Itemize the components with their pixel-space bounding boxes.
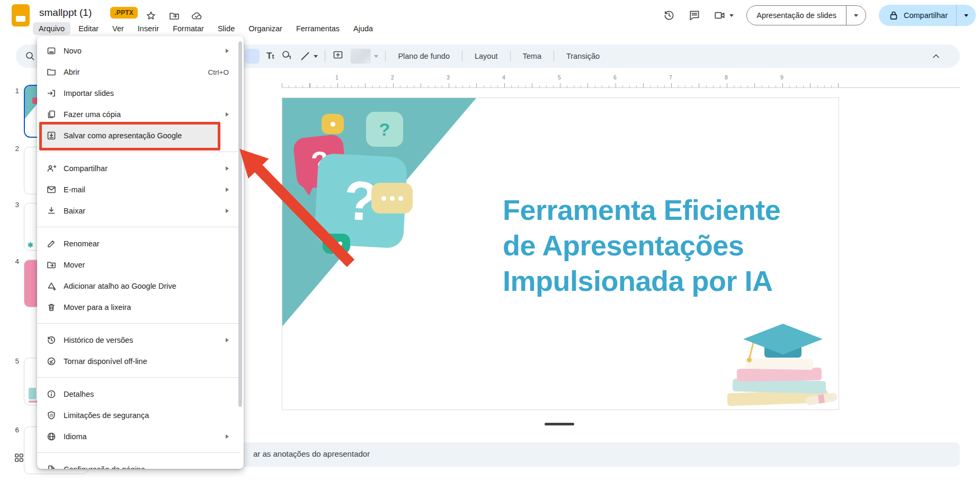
menu-separator xyxy=(37,372,244,384)
mint-question-bubble: ? xyxy=(366,112,403,147)
slide-number-6: 6 xyxy=(10,426,19,434)
toolbar-divider xyxy=(385,51,386,61)
line-tool-dropdown-icon[interactable] xyxy=(314,55,318,58)
move-to-folder-icon[interactable] xyxy=(168,10,180,22)
transition-button[interactable]: Transição xyxy=(561,52,605,60)
menu-item-mover[interactable]: Mover xyxy=(37,254,244,275)
offline-check-icon xyxy=(46,356,57,367)
menu-item-compartilhar[interactable]: Compartilhar xyxy=(37,158,244,179)
menu-arquivo[interactable]: Arquivo xyxy=(33,22,70,35)
menu-editar[interactable]: Editar xyxy=(73,22,104,35)
submenu-arrow-icon xyxy=(226,112,229,117)
slide-title-line-1: Ferramenta Eficiente xyxy=(503,192,807,228)
search-menus-icon[interactable] xyxy=(24,50,36,64)
file-menu-panel: Novo Abrir Ctrl+O Importar slides Fazer … xyxy=(37,36,244,469)
menu-formatar[interactable]: Formatar xyxy=(167,22,210,35)
menu-item-novo[interactable]: Novo xyxy=(37,40,244,61)
lock-icon xyxy=(888,10,899,21)
ruler-baseline xyxy=(282,87,960,88)
menu-ver[interactable]: Ver xyxy=(106,22,130,35)
menu-item-idioma[interactable]: Idioma xyxy=(37,426,244,447)
submenu-arrow-icon xyxy=(226,434,229,439)
trash-icon xyxy=(46,302,57,313)
version-history-icon[interactable] xyxy=(663,9,675,22)
save-icon xyxy=(46,130,57,141)
menu-item-historico-versoes[interactable]: Histórico de versões xyxy=(37,330,244,351)
document-title[interactable]: smallppt (1) xyxy=(39,7,92,19)
yellow-dots-bubble xyxy=(371,183,413,214)
slideshow-dropdown[interactable] xyxy=(846,6,866,25)
slide-number-1: 1 xyxy=(10,87,19,95)
drive-add-icon xyxy=(46,281,57,291)
menu-separator xyxy=(37,447,244,459)
active-tool-highlight[interactable] xyxy=(245,49,260,64)
menu-bar: Arquivo Editar Ver Inserir Formatar Slid… xyxy=(33,22,379,35)
menu-organizar[interactable]: Organizar xyxy=(243,22,288,35)
shield-at-icon: @ xyxy=(46,410,57,421)
toolbar-divider xyxy=(554,51,554,61)
share-dropdown[interactable] xyxy=(956,5,976,26)
menu-inserir[interactable]: Inserir xyxy=(132,22,165,35)
menu-separator xyxy=(37,146,244,158)
theme-button[interactable]: Tema xyxy=(518,52,547,60)
menu-item-baixar[interactable]: Baixar xyxy=(37,200,244,221)
download-icon xyxy=(46,206,57,216)
menu-item-email[interactable]: E-mail xyxy=(37,179,244,200)
line-tool[interactable] xyxy=(299,50,318,62)
menu-item-configuracao-pagina[interactable]: Configuração de página xyxy=(37,459,244,469)
slide-title-line-2: de Apresentações xyxy=(503,228,807,263)
menu-item-fazer-copia[interactable]: Fazer uma cópia xyxy=(37,104,244,125)
menu-slide[interactable]: Slide xyxy=(212,22,240,35)
notes-resize-handle[interactable] xyxy=(545,423,574,425)
camera-dropdown-icon[interactable] xyxy=(729,14,734,17)
background-button[interactable]: Plano de fundo xyxy=(393,52,455,60)
image-placeholder-dropdown[interactable] xyxy=(351,49,378,64)
page-setup-icon xyxy=(46,464,57,469)
shape-tool-icon[interactable] xyxy=(281,49,292,63)
image-placeholder-icon xyxy=(351,49,371,64)
menu-item-detalhes[interactable]: Detalhes xyxy=(37,384,244,405)
copy-icon xyxy=(46,109,57,120)
menu-item-adicionar-atalho-drive[interactable]: Adicionar atalho ao Google Drive xyxy=(37,275,244,297)
layout-button[interactable]: Layout xyxy=(469,52,503,60)
globe-icon xyxy=(46,431,57,442)
menu-separator xyxy=(37,221,244,233)
text-box-icon[interactable]: Tt xyxy=(266,51,274,61)
slide-canvas[interactable]: ? ? ? Ferramenta Eficiente de Apresentaç… xyxy=(282,97,839,410)
share-label: Compartilhar xyxy=(904,11,948,20)
cloud-status-icon[interactable] xyxy=(191,10,202,22)
menu-item-mover-para-lixeira[interactable]: Mover para a lixeira xyxy=(37,297,244,318)
slide-title-line-3: Impulsionada por IA xyxy=(503,263,807,299)
slideshow-button[interactable]: Apresentação de slides xyxy=(746,5,866,25)
menu-ferramentas[interactable]: Ferramentas xyxy=(290,22,345,35)
new-slide-icon xyxy=(46,46,57,56)
slide-number-3: 3 xyxy=(10,201,19,209)
folder-open-icon xyxy=(46,67,57,77)
menu-item-abrir[interactable]: Abrir Ctrl+O xyxy=(37,61,244,83)
import-icon xyxy=(46,88,57,99)
menu-item-importar-slides[interactable]: Importar slides xyxy=(37,83,244,104)
meet-camera-button[interactable] xyxy=(714,9,734,22)
submenu-arrow-icon xyxy=(226,49,229,53)
toolbar-divider xyxy=(462,51,462,61)
graduation-cap xyxy=(743,324,823,354)
menu-item-renomear[interactable]: Renomear xyxy=(37,233,244,254)
speaker-notes-placeholder: ar as anotações do apresentador xyxy=(253,449,370,458)
slides-app-logo[interactable] xyxy=(12,4,30,26)
slide-number-5: 5 xyxy=(10,357,19,365)
grid-view-icon[interactable] xyxy=(14,452,24,465)
menu-item-salvar-como-apresentacao-google[interactable]: Salvar como apresentação Google xyxy=(37,125,244,146)
menu-item-limitacoes-seguranca[interactable]: @ Limitações de segurança xyxy=(37,405,244,426)
star-icon[interactable] xyxy=(145,10,157,22)
pptx-badge: .PPTX xyxy=(110,7,138,19)
collapse-toolbar-icon[interactable] xyxy=(930,50,942,64)
slide-title[interactable]: Ferramenta Eficiente de Apresentações Im… xyxy=(503,192,807,299)
menu-item-tornar-disponivel-offline[interactable]: Tornar disponível off-line xyxy=(37,351,244,372)
share-button[interactable]: Compartilhar xyxy=(879,5,976,26)
insert-placeholder-icon[interactable] xyxy=(332,49,344,63)
folder-move-icon xyxy=(46,260,57,270)
comments-icon[interactable] xyxy=(688,9,701,22)
menu-ajuda[interactable]: Ajuda xyxy=(348,22,379,35)
toolbar-divider xyxy=(510,51,511,61)
horizontal-ruler xyxy=(282,79,839,88)
